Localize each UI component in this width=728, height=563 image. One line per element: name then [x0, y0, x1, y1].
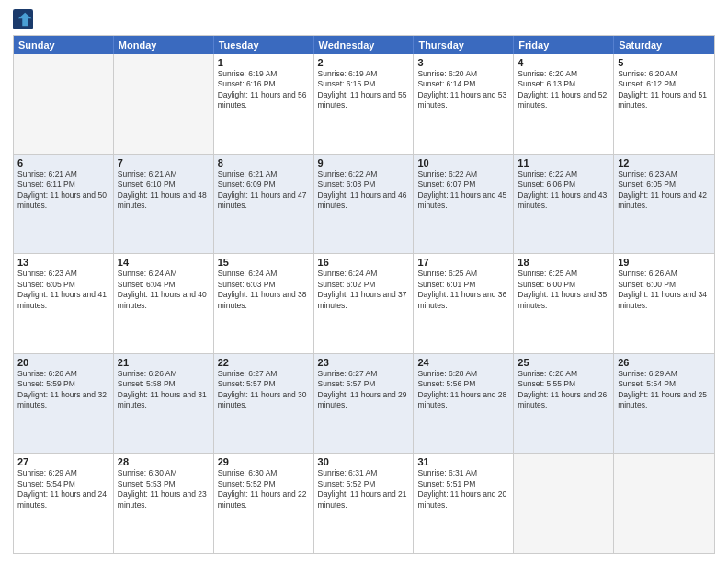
day-info: Sunrise: 6:28 AM Sunset: 5:55 PM Dayligh…	[518, 369, 609, 411]
day-info: Sunrise: 6:22 AM Sunset: 6:08 PM Dayligh…	[318, 169, 410, 212]
day-info: Sunrise: 6:21 AM Sunset: 6:10 PM Dayligh…	[118, 169, 210, 212]
day-info: Sunrise: 6:20 AM Sunset: 6:13 PM Dayligh…	[518, 69, 609, 111]
day-info: Sunrise: 6:21 AM Sunset: 6:09 PM Dayligh…	[218, 169, 310, 212]
day-number: 15	[218, 257, 310, 268]
day-number: 1	[218, 57, 310, 68]
day-info: Sunrise: 6:31 AM Sunset: 5:51 PM Dayligh…	[417, 468, 509, 511]
day-info: Sunrise: 6:26 AM Sunset: 6:00 PM Dayligh…	[618, 269, 711, 311]
cal-cell-day-26: 26Sunrise: 6:29 AM Sunset: 5:54 PM Dayli…	[614, 354, 714, 454]
cal-cell-day-1: 1Sunrise: 6:19 AM Sunset: 6:16 PM Daylig…	[214, 54, 314, 154]
day-number: 12	[618, 157, 711, 168]
cal-week-2: 6Sunrise: 6:21 AM Sunset: 6:11 PM Daylig…	[14, 154, 714, 254]
cal-cell-empty	[614, 454, 714, 553]
header-day-sunday: Sunday	[14, 36, 114, 54]
cal-cell-day-28: 28Sunrise: 6:30 AM Sunset: 5:53 PM Dayli…	[114, 454, 214, 553]
header-day-friday: Friday	[514, 36, 614, 54]
header-day-saturday: Saturday	[614, 36, 714, 54]
day-number: 23	[318, 357, 410, 368]
day-number: 20	[17, 357, 109, 368]
cal-cell-day-31: 31Sunrise: 6:31 AM Sunset: 5:51 PM Dayli…	[414, 454, 514, 553]
day-number: 5	[618, 57, 711, 68]
day-info: Sunrise: 6:23 AM Sunset: 6:05 PM Dayligh…	[17, 269, 109, 311]
header-day-wednesday: Wednesday	[314, 36, 415, 54]
day-number: 8	[218, 157, 310, 168]
day-number: 26	[618, 357, 711, 368]
day-info: Sunrise: 6:19 AM Sunset: 6:15 PM Dayligh…	[318, 69, 410, 111]
day-info: Sunrise: 6:22 AM Sunset: 6:06 PM Dayligh…	[518, 169, 609, 212]
day-number: 3	[417, 57, 509, 68]
day-number: 10	[417, 157, 509, 168]
day-info: Sunrise: 6:24 AM Sunset: 6:03 PM Dayligh…	[218, 269, 310, 311]
cal-cell-day-4: 4Sunrise: 6:20 AM Sunset: 6:13 PM Daylig…	[514, 54, 614, 154]
day-number: 25	[518, 357, 609, 368]
day-info: Sunrise: 6:29 AM Sunset: 5:54 PM Dayligh…	[17, 468, 109, 511]
day-info: Sunrise: 6:25 AM Sunset: 6:01 PM Dayligh…	[417, 269, 509, 311]
day-info: Sunrise: 6:20 AM Sunset: 6:14 PM Dayligh…	[417, 69, 509, 111]
cal-cell-day-8: 8Sunrise: 6:21 AM Sunset: 6:09 PM Daylig…	[214, 155, 314, 254]
logo-icon	[13, 9, 33, 29]
day-number: 30	[318, 456, 410, 467]
cal-cell-empty	[14, 54, 114, 154]
day-info: Sunrise: 6:29 AM Sunset: 5:54 PM Dayligh…	[618, 369, 711, 411]
day-number: 29	[218, 456, 310, 467]
day-number: 4	[518, 57, 609, 68]
cal-cell-day-21: 21Sunrise: 6:26 AM Sunset: 5:58 PM Dayli…	[114, 354, 214, 454]
day-number: 2	[318, 57, 410, 68]
day-info: Sunrise: 6:26 AM Sunset: 5:59 PM Dayligh…	[17, 369, 109, 411]
cal-cell-day-12: 12Sunrise: 6:23 AM Sunset: 6:05 PM Dayli…	[614, 155, 714, 254]
cal-week-5: 27Sunrise: 6:29 AM Sunset: 5:54 PM Dayli…	[14, 453, 714, 553]
day-number: 6	[17, 157, 109, 168]
day-number: 24	[417, 357, 509, 368]
day-number: 17	[417, 257, 509, 268]
day-number: 22	[218, 357, 310, 368]
day-info: Sunrise: 6:31 AM Sunset: 5:52 PM Dayligh…	[318, 468, 410, 511]
day-number: 14	[118, 257, 210, 268]
cal-cell-day-2: 2Sunrise: 6:19 AM Sunset: 6:15 PM Daylig…	[314, 54, 415, 154]
calendar: SundayMondayTuesdayWednesdayThursdayFrid…	[13, 35, 715, 554]
day-number: 9	[318, 157, 410, 168]
day-info: Sunrise: 6:27 AM Sunset: 5:57 PM Dayligh…	[318, 369, 410, 411]
header-day-monday: Monday	[114, 36, 214, 54]
logo	[13, 9, 37, 29]
day-info: Sunrise: 6:30 AM Sunset: 5:53 PM Dayligh…	[118, 468, 210, 511]
day-number: 27	[17, 456, 109, 467]
cal-cell-day-6: 6Sunrise: 6:21 AM Sunset: 6:11 PM Daylig…	[14, 155, 114, 254]
cal-week-4: 20Sunrise: 6:26 AM Sunset: 5:59 PM Dayli…	[14, 353, 714, 454]
day-number: 28	[118, 456, 210, 467]
header-day-tuesday: Tuesday	[214, 36, 314, 54]
cal-cell-day-30: 30Sunrise: 6:31 AM Sunset: 5:52 PM Dayli…	[314, 454, 415, 553]
header-day-thursday: Thursday	[414, 36, 514, 54]
day-info: Sunrise: 6:24 AM Sunset: 6:04 PM Dayligh…	[118, 269, 210, 311]
cal-cell-day-11: 11Sunrise: 6:22 AM Sunset: 6:06 PM Dayli…	[514, 155, 614, 254]
cal-cell-day-19: 19Sunrise: 6:26 AM Sunset: 6:00 PM Dayli…	[614, 254, 714, 353]
cal-cell-day-17: 17Sunrise: 6:25 AM Sunset: 6:01 PM Dayli…	[414, 254, 514, 353]
day-info: Sunrise: 6:23 AM Sunset: 6:05 PM Dayligh…	[618, 169, 711, 212]
cal-cell-day-3: 3Sunrise: 6:20 AM Sunset: 6:14 PM Daylig…	[414, 54, 514, 154]
cal-cell-day-22: 22Sunrise: 6:27 AM Sunset: 5:57 PM Dayli…	[214, 354, 314, 454]
day-info: Sunrise: 6:24 AM Sunset: 6:02 PM Dayligh…	[318, 269, 410, 311]
cal-cell-empty	[514, 454, 614, 553]
day-number: 19	[618, 257, 711, 268]
cal-cell-day-9: 9Sunrise: 6:22 AM Sunset: 6:08 PM Daylig…	[314, 155, 415, 254]
cal-cell-day-5: 5Sunrise: 6:20 AM Sunset: 6:12 PM Daylig…	[614, 54, 714, 154]
day-info: Sunrise: 6:27 AM Sunset: 5:57 PM Dayligh…	[218, 369, 310, 411]
day-info: Sunrise: 6:28 AM Sunset: 5:56 PM Dayligh…	[417, 369, 509, 411]
cal-cell-day-16: 16Sunrise: 6:24 AM Sunset: 6:02 PM Dayli…	[314, 254, 415, 353]
calendar-body: 1Sunrise: 6:19 AM Sunset: 6:16 PM Daylig…	[14, 54, 714, 553]
cal-cell-day-29: 29Sunrise: 6:30 AM Sunset: 5:52 PM Dayli…	[214, 454, 314, 553]
cal-cell-empty	[114, 54, 214, 154]
cal-cell-day-14: 14Sunrise: 6:24 AM Sunset: 6:04 PM Dayli…	[114, 254, 214, 353]
day-number: 21	[118, 357, 210, 368]
calendar-header: SundayMondayTuesdayWednesdayThursdayFrid…	[14, 36, 714, 54]
cal-cell-day-18: 18Sunrise: 6:25 AM Sunset: 6:00 PM Dayli…	[514, 254, 614, 353]
cal-cell-day-10: 10Sunrise: 6:22 AM Sunset: 6:07 PM Dayli…	[414, 155, 514, 254]
day-number: 18	[518, 257, 609, 268]
header	[13, 9, 715, 29]
cal-cell-day-20: 20Sunrise: 6:26 AM Sunset: 5:59 PM Dayli…	[14, 354, 114, 454]
day-number: 16	[318, 257, 410, 268]
day-info: Sunrise: 6:25 AM Sunset: 6:00 PM Dayligh…	[518, 269, 609, 311]
day-info: Sunrise: 6:21 AM Sunset: 6:11 PM Dayligh…	[17, 169, 109, 212]
cal-cell-day-27: 27Sunrise: 6:29 AM Sunset: 5:54 PM Dayli…	[14, 454, 114, 553]
day-info: Sunrise: 6:20 AM Sunset: 6:12 PM Dayligh…	[618, 69, 711, 111]
cal-cell-day-23: 23Sunrise: 6:27 AM Sunset: 5:57 PM Dayli…	[314, 354, 415, 454]
